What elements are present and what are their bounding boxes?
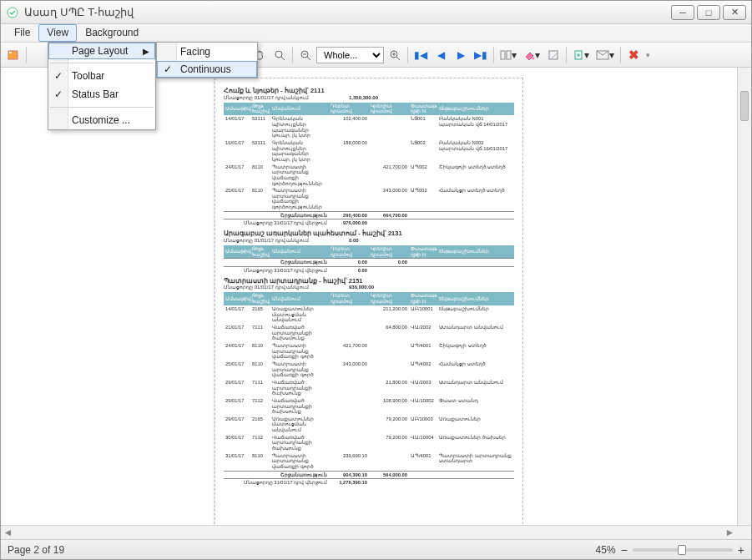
closing-row: Մնացորդը 31/01/17 դրվ վերջում1,276,390.1…: [224, 479, 514, 487]
zoom-slider[interactable]: [633, 548, 733, 552]
color-fill-icon[interactable]: ▾: [521, 46, 543, 64]
opening-balance: Մնացորդը 01/01/17 դրվ անկյում936,000.00: [224, 285, 514, 290]
document-page: Հումք և նյութեր - հաշիվ՝ 2111Մնացորդը 01…: [214, 78, 523, 525]
closing-row: Մնացորդը 31/01/17 դրվ վերջում976,000.00: [224, 219, 514, 227]
svg-point-4: [275, 51, 282, 58]
email-icon[interactable]: ▾: [593, 46, 617, 64]
minimize-button[interactable]: ─: [671, 5, 694, 20]
view-dropdown: Page Layout ▶ ✓ Toolbar ✓ Status Bar Cus…: [48, 42, 156, 130]
menu-background[interactable]: Background: [77, 24, 147, 42]
zoom-widget: 45% − +: [596, 543, 744, 557]
table-row: 29/01/177111Վաճառված արտադրանքի ծախսունք…: [224, 379, 514, 397]
app-window: Ասաղ ՍՊԸ T-հաշիվ ─ □ ✕ File View Backgro…: [0, 0, 752, 560]
first-page-icon[interactable]: ▮◀: [411, 46, 430, 64]
app-icon: [6, 6, 19, 19]
menu-continuous-label: Continuous: [180, 63, 231, 75]
page-layout-dropdown: Facing ✓ Continuous: [156, 42, 258, 78]
check-icon: ✓: [54, 88, 63, 100]
zoom-tool-icon[interactable]: [270, 46, 289, 64]
totals-row: Շրջանառություն290,400.00664,700.00: [224, 211, 514, 219]
prev-page-icon[interactable]: ◀: [432, 46, 450, 64]
svg-rect-13: [501, 51, 505, 59]
scroll-left-icon[interactable]: ◄: [1, 527, 15, 539]
table-row: 24/01/178110Պատրաստի արտադրանք վաճառքի գ…: [224, 342, 514, 361]
section-table: ԱմսաթիվԹղթ. հաշիվԱնվանումԴեբետ դրամովԿրե…: [224, 103, 514, 228]
svg-rect-14: [507, 51, 511, 59]
table-row: 24/01/178110Պատրաստի արտադրանք վաճառքի գ…: [224, 164, 514, 188]
export-doc-icon[interactable]: ▾: [570, 46, 592, 64]
svg-point-15: [532, 57, 535, 59]
menu-file[interactable]: File: [6, 24, 38, 42]
svg-rect-16: [549, 51, 558, 59]
zoom-select[interactable]: Whole...: [316, 47, 384, 63]
section-title: Պատրաստի արտադրանք - հաշիվ՝ 2151: [224, 278, 514, 285]
svg-line-17: [551, 53, 558, 59]
scroll-thumb[interactable]: [740, 91, 749, 121]
menu-customize[interactable]: Customize ...: [48, 111, 155, 129]
menu-continuous[interactable]: ✓ Continuous: [157, 61, 257, 78]
menu-view[interactable]: View: [38, 24, 77, 42]
menu-statusbar-label: Status Bar: [72, 88, 119, 100]
menu-status-bar[interactable]: ✓ Status Bar: [48, 85, 155, 103]
maximize-button[interactable]: □: [697, 5, 720, 20]
section-table: ԱմսաթիվԹղթ. հաշիվԱնվանումԴեբետ դրամովԿրե…: [224, 292, 514, 487]
menubar: File View Background: [1, 24, 751, 43]
table-row: 21/01/177111Վաճառված արտադրանքի ծախսմուն…: [224, 324, 514, 342]
table-row: 25/01/178110Պատրաստի արտադրանք վաճառքի գ…: [224, 361, 514, 379]
export-icon[interactable]: [4, 46, 23, 64]
table-row: 25/01/178110Պատրաստի արտադրանք վաճառքի գ…: [224, 187, 514, 211]
zoom-slider-knob[interactable]: [678, 545, 686, 555]
totals-row: Շրջանառություն904,390.10564,000.00: [224, 471, 514, 479]
check-icon: ✓: [164, 63, 172, 75]
watermark-icon[interactable]: [544, 46, 563, 64]
layout-icon[interactable]: ▾: [497, 46, 519, 64]
table-row: 14/01/1752111Գրենական պիտույքներ պարագան…: [224, 115, 514, 139]
next-page-icon[interactable]: ▶: [452, 46, 470, 64]
svg-rect-2: [9, 52, 12, 53]
zoom-minus-button[interactable]: −: [621, 543, 628, 557]
statusbar: Page 2 of 19 45% − +: [1, 539, 751, 559]
closing-row: Մնացորդը 31/01/17 դրվ վերջում0.00: [224, 267, 514, 275]
vertical-scrollbar[interactable]: [737, 68, 751, 525]
table-row: 29/01/172165Առաքատուներ մատուցման անվանո…: [224, 416, 514, 434]
menu-toolbar-label: Toolbar: [72, 70, 104, 82]
scroll-right-icon[interactable]: ►: [723, 527, 737, 539]
section-title: Հումք և նյութեր - հաշիվ՝ 2111: [224, 88, 514, 95]
close-toolbar-button[interactable]: ✖: [624, 46, 643, 64]
section-title: Արագաբաշ առարկաներ պահեստում - հաշիվ՝ 21…: [224, 230, 514, 238]
table-row: 29/01/177112Վաճառված արտադրանքի ծախսունք…: [224, 397, 514, 416]
table-row: 14/01/172165Առաքատուներ մատուցման անվանո…: [224, 305, 514, 324]
table-row: 16/01/1752111Գրենական պիտույքներ պարագան…: [224, 139, 514, 164]
menu-customize-label: Customize ...: [72, 114, 130, 126]
opening-balance: Մնացորդը 01/01/17 դրվ անկյում1,350,300.0…: [224, 95, 514, 101]
toolbar-overflow-icon[interactable]: ▾: [646, 51, 650, 59]
window-title: Ասաղ ՍՊԸ T-հաշիվ: [24, 6, 671, 18]
svg-line-12: [396, 57, 400, 60]
titlebar: Ասաղ ՍՊԸ T-հաշիվ ─ □ ✕: [1, 1, 751, 24]
table-row: 31/01/178110Պատրաստի արտադրանք վաճառքի գ…: [224, 452, 514, 471]
chevron-right-icon: ▶: [143, 47, 149, 56]
document-viewport[interactable]: Հումք և նյութեր - հաշիվ՝ 2111Մնացորդը 01…: [1, 68, 737, 525]
zoom-percent: 45%: [596, 544, 616, 556]
menu-page-layout-label: Page Layout: [72, 45, 128, 57]
opening-balance: Մնացորդը 01/01/17 դրվ անկյում0.00: [224, 238, 514, 244]
page-indicator: Page 2 of 19: [8, 544, 64, 556]
zoom-in-icon[interactable]: [386, 46, 404, 64]
close-button[interactable]: ✕: [723, 5, 746, 20]
table-row: 30/01/177112Վաճառված արտադրանքի ծախսունք…: [224, 434, 514, 452]
last-page-icon[interactable]: ▶▮: [472, 46, 490, 64]
workspace: Հումք և նյութեր - հաշիվ՝ 2111Մնացորդը 01…: [1, 68, 751, 525]
totals-row: Շրջանառություն0.000.00: [224, 259, 514, 267]
horizontal-scrollbar[interactable]: ◄ ►: [1, 525, 751, 539]
svg-line-5: [281, 57, 285, 60]
menu-facing-label: Facing: [180, 46, 210, 58]
menu-toolbar[interactable]: ✓ Toolbar: [48, 67, 155, 85]
menu-page-layout[interactable]: Page Layout ▶: [48, 43, 155, 59]
check-icon: ✓: [54, 70, 63, 82]
menu-facing[interactable]: Facing: [157, 43, 257, 61]
zoom-out-icon[interactable]: [296, 46, 315, 64]
section-table: ԱմսաթիվԹղթ. հաշիվԱնվանումԴեբետ դրամովԿրե…: [224, 245, 514, 275]
svg-line-8: [307, 57, 310, 60]
zoom-plus-button[interactable]: +: [738, 543, 744, 557]
